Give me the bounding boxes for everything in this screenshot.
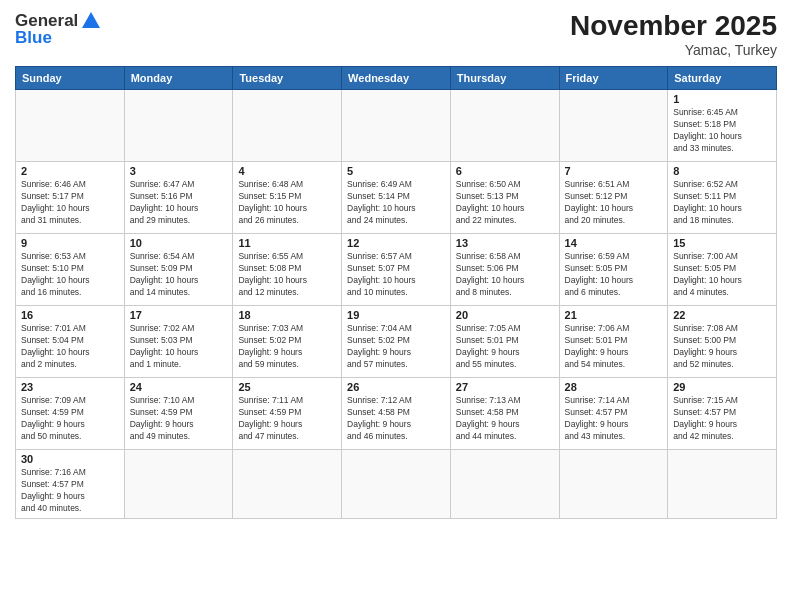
week-row-6: 30Sunrise: 7:16 AM Sunset: 4:57 PM Dayli… bbox=[16, 450, 777, 519]
weekday-thursday: Thursday bbox=[450, 67, 559, 90]
weekday-monday: Monday bbox=[124, 67, 233, 90]
day-info: Sunrise: 6:59 AM Sunset: 5:05 PM Dayligh… bbox=[565, 251, 663, 299]
day-info: Sunrise: 6:49 AM Sunset: 5:14 PM Dayligh… bbox=[347, 179, 445, 227]
calendar-cell bbox=[16, 90, 125, 162]
calendar-cell: 2Sunrise: 6:46 AM Sunset: 5:17 PM Daylig… bbox=[16, 162, 125, 234]
calendar-cell bbox=[559, 90, 668, 162]
calendar-cell bbox=[559, 450, 668, 519]
day-number: 24 bbox=[130, 381, 228, 393]
month-year: November 2025 bbox=[570, 10, 777, 42]
calendar-cell bbox=[124, 90, 233, 162]
weekday-wednesday: Wednesday bbox=[342, 67, 451, 90]
day-number: 15 bbox=[673, 237, 771, 249]
day-number: 14 bbox=[565, 237, 663, 249]
day-info: Sunrise: 6:48 AM Sunset: 5:15 PM Dayligh… bbox=[238, 179, 336, 227]
day-info: Sunrise: 6:45 AM Sunset: 5:18 PM Dayligh… bbox=[673, 107, 771, 155]
calendar-cell bbox=[124, 450, 233, 519]
calendar-cell: 30Sunrise: 7:16 AM Sunset: 4:57 PM Dayli… bbox=[16, 450, 125, 519]
calendar-cell: 7Sunrise: 6:51 AM Sunset: 5:12 PM Daylig… bbox=[559, 162, 668, 234]
day-number: 23 bbox=[21, 381, 119, 393]
calendar-cell: 15Sunrise: 7:00 AM Sunset: 5:05 PM Dayli… bbox=[668, 234, 777, 306]
calendar: SundayMondayTuesdayWednesdayThursdayFrid… bbox=[15, 66, 777, 519]
day-number: 29 bbox=[673, 381, 771, 393]
day-info: Sunrise: 7:13 AM Sunset: 4:58 PM Dayligh… bbox=[456, 395, 554, 443]
day-number: 20 bbox=[456, 309, 554, 321]
day-info: Sunrise: 7:03 AM Sunset: 5:02 PM Dayligh… bbox=[238, 323, 336, 371]
calendar-cell: 25Sunrise: 7:11 AM Sunset: 4:59 PM Dayli… bbox=[233, 378, 342, 450]
calendar-cell bbox=[342, 90, 451, 162]
day-number: 30 bbox=[21, 453, 119, 465]
day-number: 18 bbox=[238, 309, 336, 321]
calendar-cell: 26Sunrise: 7:12 AM Sunset: 4:58 PM Dayli… bbox=[342, 378, 451, 450]
day-number: 7 bbox=[565, 165, 663, 177]
day-number: 12 bbox=[347, 237, 445, 249]
title-block: November 2025 Yamac, Turkey bbox=[570, 10, 777, 58]
calendar-cell bbox=[233, 450, 342, 519]
day-info: Sunrise: 6:51 AM Sunset: 5:12 PM Dayligh… bbox=[565, 179, 663, 227]
location: Yamac, Turkey bbox=[570, 42, 777, 58]
weekday-saturday: Saturday bbox=[668, 67, 777, 90]
week-row-5: 23Sunrise: 7:09 AM Sunset: 4:59 PM Dayli… bbox=[16, 378, 777, 450]
weekday-friday: Friday bbox=[559, 67, 668, 90]
page: General Blue November 2025 Yamac, Turkey… bbox=[0, 0, 792, 612]
logo: General Blue bbox=[15, 10, 104, 48]
day-info: Sunrise: 6:57 AM Sunset: 5:07 PM Dayligh… bbox=[347, 251, 445, 299]
calendar-cell: 5Sunrise: 6:49 AM Sunset: 5:14 PM Daylig… bbox=[342, 162, 451, 234]
day-info: Sunrise: 7:01 AM Sunset: 5:04 PM Dayligh… bbox=[21, 323, 119, 371]
day-info: Sunrise: 7:09 AM Sunset: 4:59 PM Dayligh… bbox=[21, 395, 119, 443]
calendar-cell: 9Sunrise: 6:53 AM Sunset: 5:10 PM Daylig… bbox=[16, 234, 125, 306]
calendar-cell: 19Sunrise: 7:04 AM Sunset: 5:02 PM Dayli… bbox=[342, 306, 451, 378]
svg-marker-0 bbox=[82, 12, 100, 28]
calendar-cell: 3Sunrise: 6:47 AM Sunset: 5:16 PM Daylig… bbox=[124, 162, 233, 234]
weekday-sunday: Sunday bbox=[16, 67, 125, 90]
week-row-4: 16Sunrise: 7:01 AM Sunset: 5:04 PM Dayli… bbox=[16, 306, 777, 378]
calendar-cell: 1Sunrise: 6:45 AM Sunset: 5:18 PM Daylig… bbox=[668, 90, 777, 162]
calendar-cell bbox=[233, 90, 342, 162]
day-number: 25 bbox=[238, 381, 336, 393]
header: General Blue November 2025 Yamac, Turkey bbox=[15, 10, 777, 58]
day-number: 3 bbox=[130, 165, 228, 177]
day-info: Sunrise: 6:46 AM Sunset: 5:17 PM Dayligh… bbox=[21, 179, 119, 227]
day-info: Sunrise: 7:04 AM Sunset: 5:02 PM Dayligh… bbox=[347, 323, 445, 371]
week-row-3: 9Sunrise: 6:53 AM Sunset: 5:10 PM Daylig… bbox=[16, 234, 777, 306]
day-number: 4 bbox=[238, 165, 336, 177]
day-info: Sunrise: 7:11 AM Sunset: 4:59 PM Dayligh… bbox=[238, 395, 336, 443]
day-number: 26 bbox=[347, 381, 445, 393]
day-number: 1 bbox=[673, 93, 771, 105]
day-info: Sunrise: 6:54 AM Sunset: 5:09 PM Dayligh… bbox=[130, 251, 228, 299]
calendar-cell: 22Sunrise: 7:08 AM Sunset: 5:00 PM Dayli… bbox=[668, 306, 777, 378]
day-info: Sunrise: 7:12 AM Sunset: 4:58 PM Dayligh… bbox=[347, 395, 445, 443]
day-number: 16 bbox=[21, 309, 119, 321]
day-info: Sunrise: 6:52 AM Sunset: 5:11 PM Dayligh… bbox=[673, 179, 771, 227]
calendar-cell bbox=[342, 450, 451, 519]
day-number: 21 bbox=[565, 309, 663, 321]
day-info: Sunrise: 6:58 AM Sunset: 5:06 PM Dayligh… bbox=[456, 251, 554, 299]
day-number: 28 bbox=[565, 381, 663, 393]
logo-icon bbox=[80, 10, 102, 32]
weekday-header-row: SundayMondayTuesdayWednesdayThursdayFrid… bbox=[16, 67, 777, 90]
calendar-cell: 24Sunrise: 7:10 AM Sunset: 4:59 PM Dayli… bbox=[124, 378, 233, 450]
day-number: 22 bbox=[673, 309, 771, 321]
day-number: 17 bbox=[130, 309, 228, 321]
calendar-cell: 27Sunrise: 7:13 AM Sunset: 4:58 PM Dayli… bbox=[450, 378, 559, 450]
day-number: 6 bbox=[456, 165, 554, 177]
day-info: Sunrise: 7:06 AM Sunset: 5:01 PM Dayligh… bbox=[565, 323, 663, 371]
day-info: Sunrise: 6:47 AM Sunset: 5:16 PM Dayligh… bbox=[130, 179, 228, 227]
day-info: Sunrise: 7:16 AM Sunset: 4:57 PM Dayligh… bbox=[21, 467, 119, 515]
calendar-cell: 12Sunrise: 6:57 AM Sunset: 5:07 PM Dayli… bbox=[342, 234, 451, 306]
calendar-cell: 23Sunrise: 7:09 AM Sunset: 4:59 PM Dayli… bbox=[16, 378, 125, 450]
day-number: 10 bbox=[130, 237, 228, 249]
calendar-cell: 13Sunrise: 6:58 AM Sunset: 5:06 PM Dayli… bbox=[450, 234, 559, 306]
calendar-cell: 20Sunrise: 7:05 AM Sunset: 5:01 PM Dayli… bbox=[450, 306, 559, 378]
calendar-cell: 29Sunrise: 7:15 AM Sunset: 4:57 PM Dayli… bbox=[668, 378, 777, 450]
day-number: 13 bbox=[456, 237, 554, 249]
day-info: Sunrise: 7:15 AM Sunset: 4:57 PM Dayligh… bbox=[673, 395, 771, 443]
calendar-cell: 8Sunrise: 6:52 AM Sunset: 5:11 PM Daylig… bbox=[668, 162, 777, 234]
day-info: Sunrise: 6:55 AM Sunset: 5:08 PM Dayligh… bbox=[238, 251, 336, 299]
day-number: 27 bbox=[456, 381, 554, 393]
day-number: 19 bbox=[347, 309, 445, 321]
calendar-cell: 14Sunrise: 6:59 AM Sunset: 5:05 PM Dayli… bbox=[559, 234, 668, 306]
day-info: Sunrise: 7:02 AM Sunset: 5:03 PM Dayligh… bbox=[130, 323, 228, 371]
calendar-cell: 4Sunrise: 6:48 AM Sunset: 5:15 PM Daylig… bbox=[233, 162, 342, 234]
calendar-cell: 10Sunrise: 6:54 AM Sunset: 5:09 PM Dayli… bbox=[124, 234, 233, 306]
